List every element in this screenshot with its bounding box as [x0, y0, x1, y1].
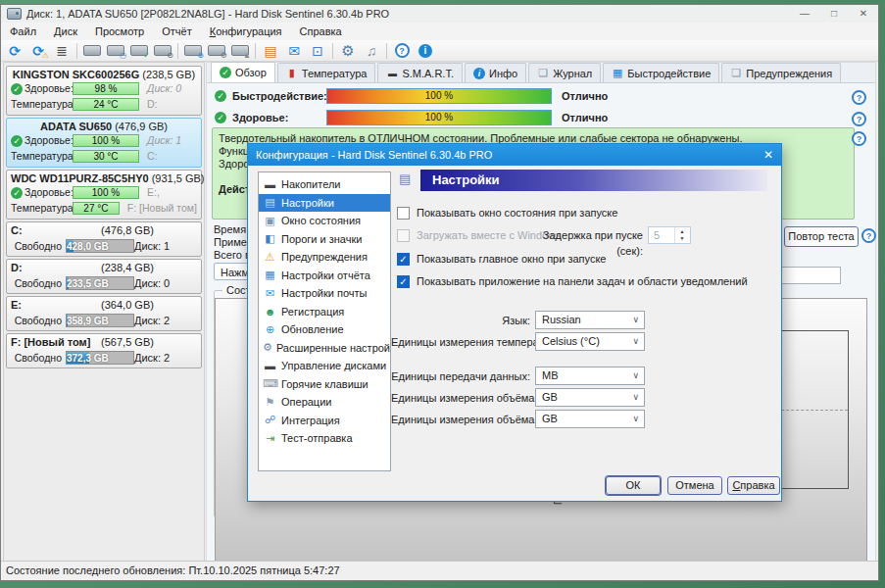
partition-volume-unit-row: Единицы измерения объёма разделов: GB∨	[391, 410, 645, 428]
spinner-up-icon[interactable]: ▲	[680, 228, 685, 235]
disk-ok-icon[interactable]: ✓	[127, 41, 151, 60]
help-icon[interactable]: ?	[390, 41, 414, 60]
help-icon[interactable]: ?	[852, 90, 862, 101]
nav-item-thresholds[interactable]: ◧Пороги и значки	[259, 230, 390, 249]
checkbox-checked[interactable]: ✓	[397, 253, 410, 266]
tab-log[interactable]: ❏Журнал	[528, 63, 601, 82]
disk-number: Диск: 0	[147, 82, 181, 94]
status-bar: Состояние последнего обновления: Пт.10.1…	[1, 561, 878, 580]
partition-card-c[interactable]: C:(476,8 GB) Свободно 428,0 GB Диск: 1	[6, 221, 202, 257]
maximize-button[interactable]: □	[819, 5, 849, 23]
performance-label: Быстродействие:	[232, 90, 322, 102]
gear-icon: ⚙	[263, 341, 272, 354]
report-icon[interactable]: ▤	[259, 41, 282, 60]
transfer-unit-label: Единицы передачи данных:	[391, 370, 530, 382]
checkbox-show-in-taskbar[interactable]: ✓ Показывать приложение на панели задач …	[397, 273, 748, 289]
nav-item-alerts[interactable]: ⚠Предупреждения	[259, 248, 390, 267]
disk-number: Диск: 2	[134, 315, 170, 326]
mail-icon[interactable]: ✉	[282, 41, 306, 60]
temperature-unit-select[interactable]: Celsius (°C)∨	[535, 332, 645, 351]
checkbox-checked[interactable]: ✓	[397, 275, 410, 288]
disk-icon[interactable]	[80, 41, 104, 60]
nav-item-report-settings[interactable]: ▦Настройки отчёта	[259, 267, 390, 285]
menu-report[interactable]: Отчёт	[153, 23, 200, 40]
checkbox-disabled[interactable]	[397, 229, 410, 242]
help-icon[interactable]: ?	[852, 131, 862, 142]
ok-button[interactable]: ОК	[606, 476, 661, 495]
temp-label: Температура:	[11, 98, 70, 110]
nav-item-settings[interactable]: ▤Настройки	[259, 194, 390, 213]
dialog-close-icon[interactable]: ✕	[763, 144, 773, 166]
flag-icon: ⚑	[263, 396, 277, 409]
menu-disk[interactable]: Диск	[45, 23, 86, 40]
menu-configuration[interactable]: Конфигурация	[201, 23, 291, 40]
tab-alerts[interactable]: ❏Предупреждения	[721, 63, 841, 82]
refresh-icon[interactable]: ⟳	[3, 41, 26, 60]
nav-item-update[interactable]: ⊕Обновление	[259, 320, 390, 339]
disk-network-icon[interactable]: ⊕	[181, 41, 205, 60]
disk-tools-icon[interactable]: ⚙	[205, 41, 228, 60]
temp-bar: 30 °C	[73, 150, 139, 163]
refresh-warning-icon[interactable]: ⟳⚠	[26, 41, 50, 60]
disk-card-wdc[interactable]: WDC WD11PURZ-85C5HY0 (931,5 GB) Диск: 2 …	[6, 170, 202, 220]
checkbox-unchecked[interactable]	[397, 207, 410, 220]
network-monitor-icon[interactable]: ⊡	[306, 41, 329, 60]
checkbox-show-status-window[interactable]: Показывать окно состояния при запуске	[397, 205, 617, 220]
delay-spinner[interactable]: 5 ▲▼	[648, 226, 691, 244]
nav-item-hotkeys[interactable]: ⌨Горячие клавиши	[259, 375, 390, 394]
disk-panel-icon[interactable]: ≣	[50, 41, 74, 60]
disk-eject-icon[interactable]: ▲	[228, 41, 252, 60]
nav-item-integration[interactable]: ☍Интеграция	[259, 412, 390, 430]
info-icon[interactable]: i	[414, 41, 437, 60]
close-button[interactable]: ✕	[849, 5, 878, 23]
tab-temperature[interactable]: ▮Температура	[277, 63, 376, 82]
tab-smart[interactable]: ▬S.M.A.R.T.	[377, 63, 463, 82]
drive-icon: ▬	[263, 178, 277, 190]
minimize-button[interactable]: —	[790, 5, 819, 23]
disk-number: Диск: 1	[134, 240, 170, 252]
nav-item-disk-management[interactable]: ▬Управление дисками	[259, 357, 390, 375]
cancel-button[interactable]: Отмена	[667, 476, 722, 495]
nav-item-mail-settings[interactable]: ✉Настройки почты	[259, 284, 390, 303]
retest-button[interactable]: Повтор теста	[784, 226, 859, 247]
nav-item-drives[interactable]: ▬Накопители	[259, 175, 390, 194]
disk-search-icon[interactable]: ⊙	[151, 41, 174, 60]
menu-view[interactable]: Просмотр	[86, 23, 153, 40]
disk-volume-unit-select[interactable]: GB∨	[535, 388, 645, 407]
sound-icon[interactable]: ♫	[360, 41, 383, 60]
help-button[interactable]: Справка	[727, 476, 780, 495]
checkbox-show-main-window[interactable]: ✓ Показывать главное окно при запуске	[397, 251, 606, 267]
help-icon[interactable]: ?	[852, 112, 862, 122]
partition-card-e[interactable]: E:(364,0 GB) Свободно 358,9 GB Диск: 2	[6, 296, 202, 331]
tab-performance[interactable]: ▦Быстродействие	[603, 63, 719, 82]
menu-file[interactable]: Файл	[1, 23, 45, 40]
disk-sidebar: KINGSTON SKC600256G (238,5 GB) ✓ Здоровь…	[3, 62, 205, 562]
disk-card-kingston[interactable]: KINGSTON SKC600256G (238,5 GB) ✓ Здоровь…	[6, 66, 202, 116]
temp-label: Температура:	[11, 202, 70, 214]
title-bar[interactable]: Диск: 1, ADATA SU650 [2P082L2NA8LG] - Ha…	[1, 5, 878, 23]
tab-overview[interactable]: ✓Обзор	[211, 62, 275, 82]
partition-card-f[interactable]: F: [Новый том](567,5 GB) Свободно 372,3 …	[6, 333, 202, 368]
settings-gear-icon[interactable]: ⚙	[336, 41, 360, 60]
language-select[interactable]: Russian∨	[535, 311, 645, 329]
app-icon	[7, 8, 22, 20]
disk-history-icon[interactable]: ◷	[104, 41, 127, 60]
menu-help[interactable]: Справка	[291, 23, 351, 40]
transfer-unit-select[interactable]: MB∨	[535, 367, 645, 385]
tab-info[interactable]: iИнфо	[465, 63, 526, 82]
dialog-title-bar[interactable]: Конфигурация - Hard Disk Sentinel 6.30.4…	[248, 144, 781, 166]
drive-letter: D:	[147, 98, 158, 110]
nav-item-test-send[interactable]: ⇥Тест-отправка	[259, 429, 390, 448]
nav-item-status-window[interactable]: ▣Окно состояния	[259, 212, 390, 230]
nav-item-advanced[interactable]: ⚙Расширенные настройки	[259, 339, 390, 358]
partition-card-d[interactable]: D:(238,4 GB) Свободно 233,5 GB Диск: 0	[6, 259, 202, 294]
disk-card-adata-selected[interactable]: ADATA SU650 (476,9 GB) ✓ Здоровье: 100 %…	[6, 118, 202, 168]
nav-item-registration[interactable]: ☻Регистрация	[259, 303, 390, 321]
delay-value: 5	[654, 228, 660, 243]
help-icon[interactable]: ?	[861, 228, 872, 239]
thermometer-icon: ▮	[286, 68, 298, 79]
nav-item-operations[interactable]: ⚑Операции	[259, 393, 390, 412]
chevron-down-icon: ∨	[632, 333, 639, 350]
partition-volume-unit-select[interactable]: GB∨	[535, 410, 645, 428]
spinner-down-icon[interactable]: ▼	[680, 235, 685, 242]
